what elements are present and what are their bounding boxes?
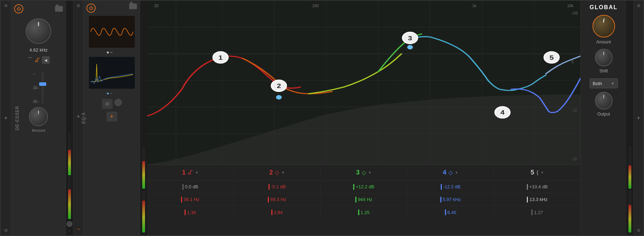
band-2-gain-cell[interactable]: -5.1 dB (234, 181, 321, 193)
band-4-freq-cell[interactable]: 5.97 kHz (407, 193, 494, 206)
band-2-q-cell[interactable]: 2.84 (234, 206, 321, 219)
mid-add-button[interactable]: + (75, 113, 82, 120)
band-1-gain-value: 0.0 dB (185, 184, 198, 189)
band-3-gain-bar (353, 184, 354, 190)
eq5-mini-display-top[interactable] (89, 16, 135, 48)
global-title: GLOBAL (590, 4, 618, 11)
deesser-vu-left: ← (66, 1, 73, 235)
eq5-add-icon[interactable]: + (107, 112, 117, 122)
band-3-gain-value: +12.2 dB (356, 184, 374, 189)
eq5-vu-fill-1 (142, 161, 145, 189)
band-1-freq-cell[interactable]: 36.1 Hz (147, 193, 234, 206)
svg-point-22 (407, 45, 413, 49)
band-5-chevron[interactable]: ▼ (541, 171, 544, 175)
eq5-add-btn[interactable]: + (107, 112, 117, 122)
band-2-q-value: 2.84 (274, 210, 283, 215)
eq-freq-row: 36.1 Hz 69.3 Hz 944 Hz 5.97 kHz 13.3 kHz (147, 193, 580, 206)
band-1-chevron[interactable]: ▼ (195, 171, 199, 175)
deesser-amount-knob[interactable] (29, 107, 48, 126)
eq-gain-row: 0.0 dB -5.1 dB +12.2 dB -12.2 dB +10.4 d… (147, 181, 580, 193)
deesser-filter-low[interactable]: ⌒ (27, 57, 33, 64)
band-3-q-bar (358, 210, 359, 215)
global-panel: GLOBAL Amount Shift Both ▼ Output (580, 1, 626, 235)
band-3-chevron[interactable]: ▼ (368, 171, 372, 175)
band-2-gain-bar (269, 184, 270, 190)
left-strip-dot-top (5, 4, 7, 7)
band-1-header[interactable]: 1 ₄Γ ▼ (147, 169, 234, 176)
band-5-q-cell[interactable]: 1.27 (494, 206, 580, 219)
left-add-button[interactable]: + (3, 115, 9, 121)
eq5-mini-display-bottom[interactable] (89, 57, 135, 89)
global-vu-fill-1 (628, 165, 631, 189)
band-2-freq-bar (268, 197, 269, 202)
global-shift-knob[interactable] (595, 49, 613, 66)
band-3-q-value: 1.25 (361, 210, 369, 215)
deesser-title: DE-ESSER (15, 106, 20, 130)
eq-graph[interactable]: 20 100 1k 10k +20 0 -10 -20 (147, 1, 580, 165)
global-vu-strip (626, 1, 633, 235)
band-3-freq-bar (355, 197, 356, 202)
eq5-vu-knob[interactable] (115, 99, 122, 106)
deesser-mute-button[interactable]: ◀ (42, 56, 50, 64)
band-4-q-value: 6.45 (447, 210, 456, 215)
global-amount-knob[interactable] (592, 15, 615, 37)
deesser-panel: DE-ESSER ⏻ 4.62 kHz ⌒ ₄Γ ◀ – 10– 20– Amo… (11, 1, 66, 235)
global-both-chevron: ▼ (611, 82, 615, 85)
global-both-dropdown[interactable]: Both ▼ (590, 78, 618, 88)
band-2-freq-value: 69.3 Hz (270, 197, 286, 202)
band-1-gain-cell[interactable]: 0.0 dB (147, 181, 234, 193)
eq-q-row: 1.30 2.84 1.25 6.45 1.27 (147, 206, 580, 219)
band-4-gain-cell[interactable]: -12.2 dB (407, 181, 494, 193)
band-2-chevron[interactable]: ▼ (281, 171, 285, 175)
deesser-filter-high[interactable]: ₄Γ (35, 57, 40, 64)
deesser-folder-button[interactable] (55, 6, 63, 12)
band-5-header[interactable]: 5 ⟨ ▼ (494, 169, 580, 176)
eq5-folder-button[interactable] (129, 4, 137, 9)
band-4-header[interactable]: 4 ◇ ▼ (407, 169, 494, 176)
eq5-power-button[interactable]: ⏻ (86, 4, 96, 13)
band-4-freq-bar (440, 197, 441, 202)
band-4-gain-value: -12.2 dB (443, 184, 461, 189)
band-4-chevron[interactable]: ▼ (455, 171, 458, 175)
band-3-gain-cell[interactable]: +12.2 dB (321, 181, 408, 193)
band-2-freq-cell[interactable]: 69.3 Hz (234, 193, 321, 206)
deesser-power-button[interactable]: ⏻ (14, 4, 23, 13)
band-1-q-cell[interactable]: 1.30 (147, 206, 234, 219)
band-2-icon[interactable]: ◇ (275, 169, 279, 176)
deesser-fader-track[interactable] (42, 72, 44, 104)
mid-arrow-icon: → (76, 226, 81, 232)
band-4-q-bar (445, 210, 446, 215)
eq5-bottom-arrow[interactable]: ●→ (107, 90, 117, 97)
band-1-q-bar (185, 210, 186, 215)
eq5-vu-bar-1 (142, 146, 145, 189)
band-2-header[interactable]: 2 ◇ ▼ (234, 169, 321, 176)
band-3-freq-cell[interactable]: 944 Hz (321, 193, 408, 206)
band-5-gain-cell[interactable]: +10.4 dB (494, 181, 580, 193)
band-3-icon[interactable]: ◇ (362, 169, 366, 176)
band-3-number: 3 (356, 169, 360, 176)
deesser-fader-handle[interactable] (39, 82, 46, 86)
eq5-top-arrow[interactable]: ●→ (107, 49, 117, 56)
band-3-q-cell[interactable]: 1.25 (321, 206, 408, 219)
right-add-button[interactable]: + (636, 115, 642, 121)
global-output-knob[interactable] (595, 92, 613, 110)
eq5-top-row: ⏻ (86, 4, 137, 13)
band-1-icon[interactable]: ₄Γ (188, 169, 193, 176)
deesser-vu-knob[interactable] (67, 221, 72, 227)
deesser-scale-20: 20– (33, 100, 39, 104)
band-1-freq-bar (181, 197, 182, 202)
band-5-q-value: 1.27 (534, 210, 543, 215)
band-5-freq-cell[interactable]: 13.3 kHz (494, 193, 580, 206)
band-5-freq-value: 13.3 kHz (529, 197, 547, 202)
eq5-window-button[interactable]: ⊟ (102, 99, 113, 109)
deesser-frequency-knob[interactable] (26, 18, 51, 44)
band-5-icon[interactable]: ⟨ (536, 169, 538, 176)
band-3-header[interactable]: 3 ◇ ▼ (321, 169, 408, 176)
band-4-q-cell[interactable]: 6.45 (407, 206, 494, 219)
band-1-number: 1 (182, 169, 186, 176)
global-output-label: Output (597, 112, 610, 117)
deesser-filter-controls: ⌒ ₄Γ ◀ (27, 56, 50, 64)
band-4-icon[interactable]: ◇ (449, 169, 453, 176)
band-4-freq-value: 5.97 kHz (443, 197, 461, 202)
deesser-vu-fill-right (68, 189, 71, 219)
